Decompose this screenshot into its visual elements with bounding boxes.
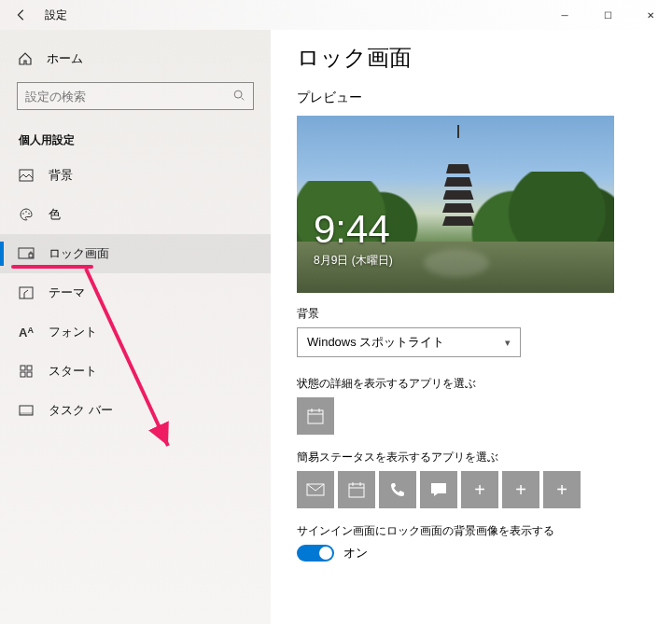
plus-icon: + (556, 479, 567, 501)
page-title: ロック画面 (297, 43, 672, 73)
preview-time: 9:44 (314, 210, 393, 249)
close-button[interactable]: ✕ (629, 0, 672, 30)
sidebar-item-themes[interactable]: テーマ (0, 273, 271, 312)
window-controls: ─ ☐ ✕ (543, 0, 672, 30)
svg-rect-16 (349, 484, 364, 497)
minimize-button[interactable]: ─ (543, 0, 586, 30)
search-input[interactable] (25, 90, 232, 104)
preview-label: プレビュー (297, 90, 672, 106)
quick-status-slot[interactable] (379, 471, 416, 508)
search-icon (232, 89, 245, 104)
svg-rect-1 (20, 170, 33, 181)
dropdown-value: Windows スポットライト (307, 334, 444, 351)
home-label: ホーム (47, 50, 83, 67)
back-button[interactable] (7, 1, 35, 29)
window-title: 設定 (45, 7, 67, 23)
sidebar-item-fonts[interactable]: AA フォント (0, 312, 271, 352)
lockscreen-preview[interactable]: 9:44 8月9日 (木曜日) (297, 116, 614, 293)
quick-status-label: 簡易ステータスを表示するアプリを選ぶ (297, 450, 672, 465)
taskbar-icon (17, 405, 35, 416)
quick-status-slot-empty[interactable]: + (502, 471, 539, 508)
sidebar-item-taskbar[interactable]: タスク バー (0, 391, 271, 430)
maximize-button[interactable]: ☐ (586, 0, 629, 30)
background-label: 背景 (297, 306, 672, 322)
main-content: ロック画面 プレビュー 9:44 8月9日 (木曜日) 背景 Windows ス… (271, 30, 672, 624)
detailed-status-app-button[interactable] (297, 397, 334, 435)
sidebar-item-lockscreen[interactable]: ロック画面 (0, 234, 271, 273)
svg-point-0 (234, 90, 242, 98)
picture-icon (17, 169, 35, 182)
sidebar-item-background[interactable]: 背景 (0, 156, 271, 195)
svg-point-2 (22, 213, 24, 215)
sidebar-item-label: 色 (49, 206, 61, 223)
font-icon: AA (17, 326, 35, 340)
quick-status-slot[interactable] (338, 471, 375, 508)
svg-rect-13 (20, 412, 33, 415)
preview-date: 8月9日 (木曜日) (314, 253, 393, 269)
quick-status-row: + + + (297, 471, 672, 508)
plus-icon: + (474, 479, 485, 501)
quick-status-slot[interactable] (420, 471, 457, 508)
phone-icon (389, 481, 406, 498)
svg-rect-6 (29, 254, 33, 257)
theme-icon (17, 286, 35, 299)
signin-bg-label: サインイン画面にロック画面の背景画像を表示する (297, 523, 672, 539)
svg-rect-8 (21, 366, 25, 370)
svg-rect-7 (20, 287, 33, 298)
svg-rect-10 (21, 372, 25, 377)
chevron-down-icon: ▾ (505, 337, 511, 349)
sidebar: ホーム 個人用設定 背景 色 ロック画面 テーマ AA フォント (0, 30, 271, 624)
sidebar-item-label: 背景 (49, 167, 73, 184)
quick-status-slot[interactable] (297, 471, 334, 508)
sidebar-item-label: フォント (49, 324, 97, 340)
quick-status-slot-empty[interactable]: + (543, 471, 581, 508)
lockscreen-icon (17, 247, 35, 260)
svg-rect-17 (431, 483, 446, 493)
quick-status-slot-empty[interactable]: + (461, 471, 498, 508)
arrow-left-icon (15, 8, 28, 21)
preview-clock: 9:44 8月9日 (木曜日) (314, 210, 393, 269)
sidebar-item-start[interactable]: スタート (0, 352, 271, 391)
home-button[interactable]: ホーム (0, 45, 271, 76)
svg-rect-9 (27, 366, 32, 370)
svg-point-4 (28, 213, 30, 215)
category-header: 個人用設定 (0, 123, 271, 156)
chat-icon (430, 482, 447, 497)
calendar-icon (347, 480, 366, 499)
sidebar-item-label: タスク バー (49, 402, 113, 419)
background-dropdown[interactable]: Windows スポットライト ▾ (297, 327, 521, 357)
detailed-status-label: 状態の詳細を表示するアプリを選ぶ (297, 376, 672, 392)
sidebar-item-label: スタート (49, 363, 97, 380)
sidebar-item-label: テーマ (49, 284, 85, 301)
palette-icon (17, 207, 35, 222)
search-box[interactable] (17, 82, 254, 110)
toggle-state-text: オン (343, 545, 368, 562)
sidebar-item-label: ロック画面 (49, 245, 109, 262)
calendar-icon (306, 407, 325, 425)
signin-bg-toggle[interactable]: オン (297, 545, 672, 562)
toggle-switch-icon (297, 545, 334, 562)
svg-rect-11 (27, 372, 32, 377)
sidebar-item-colors[interactable]: 色 (0, 195, 271, 234)
mail-icon (306, 483, 325, 496)
plus-icon: + (515, 479, 526, 501)
home-icon (17, 51, 34, 66)
svg-rect-14 (308, 410, 323, 423)
titlebar: 設定 ─ ☐ ✕ (0, 0, 672, 30)
start-icon (17, 365, 35, 378)
svg-point-3 (25, 211, 27, 213)
